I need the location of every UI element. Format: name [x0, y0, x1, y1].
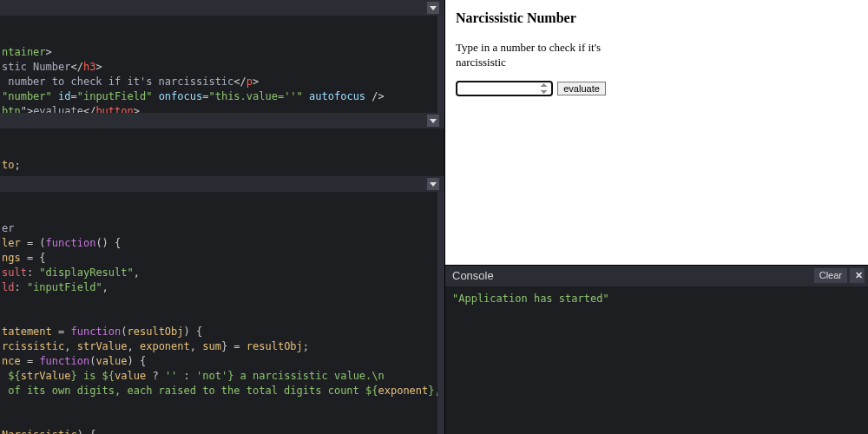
html-panel-collapse-button[interactable]	[427, 2, 439, 14]
css-panel-collapse-button[interactable]	[427, 115, 439, 127]
number-input[interactable]	[456, 81, 553, 96]
console-output: "Application has started"	[445, 286, 868, 434]
right-column: Narcissistic Number Type in a number to …	[444, 0, 868, 434]
html-panel-header	[0, 0, 444, 16]
evaluate-button[interactable]: evaluate	[557, 82, 606, 95]
console-log-line: "Application has started"	[452, 293, 609, 305]
console-panel: Console Clear ✕ "Application has started…	[445, 265, 868, 434]
output-preview: Narcissistic Number Type in a number to …	[445, 0, 868, 265]
js-panel-header	[0, 176, 444, 192]
preview-prompt: Type in a number to check if it's narcis…	[456, 40, 603, 70]
editor-column: ntainer> stic Number</h3> number to chec…	[0, 0, 444, 434]
console-header: Console Clear ✕	[445, 266, 868, 286]
js-scrollbar[interactable]	[437, 192, 444, 434]
console-title: Console	[452, 269, 494, 282]
console-clear-button[interactable]: Clear	[814, 268, 847, 283]
js-editor[interactable]: er ler = (function() { ngs = { sult: "di…	[0, 192, 444, 434]
js-panel-collapse-button[interactable]	[427, 178, 439, 190]
preview-heading: Narcissistic Number	[456, 9, 858, 28]
html-scrollbar[interactable]	[437, 16, 444, 113]
css-panel-header	[0, 113, 444, 128]
html-editor[interactable]: ntainer> stic Number</h3> number to chec…	[0, 16, 444, 113]
console-close-button[interactable]: ✕	[850, 268, 865, 283]
css-editor[interactable]: to;	[0, 128, 444, 176]
